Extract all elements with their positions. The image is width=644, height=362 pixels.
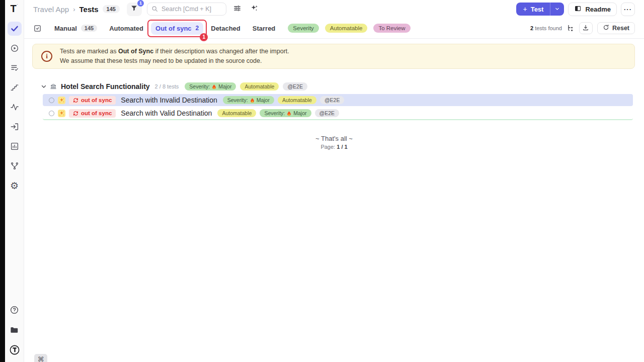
check-icon xyxy=(10,24,19,33)
test-title: Search with Valid Destination xyxy=(121,109,212,117)
chevron-down-icon xyxy=(554,6,560,13)
sidebar-item-runs[interactable] xyxy=(8,41,22,55)
sync-icon xyxy=(73,98,78,103)
info-banner: i Tests are marked as Out of Sync if the… xyxy=(32,44,635,69)
app-logo[interactable]: Tˈ xyxy=(10,4,18,14)
tab-detached[interactable]: Detached xyxy=(206,22,245,35)
tests-count-badge: 145 xyxy=(103,5,120,13)
annotation-step-badge: 1 xyxy=(200,33,208,41)
list-footer: ~ That's all ~ Page: 1 / 1 xyxy=(24,135,644,150)
new-test-button[interactable]: + Test xyxy=(516,3,550,16)
label-pill: Severity:Major xyxy=(260,109,311,117)
ai-assistant-button[interactable] xyxy=(249,3,261,15)
banner-text: Tests are marked as Out of Sync if their… xyxy=(60,47,289,66)
list-check-icon xyxy=(10,63,19,72)
end-of-list-message: ~ That's all ~ xyxy=(24,135,644,142)
git-branch-icon xyxy=(10,161,19,170)
view-settings-button[interactable] xyxy=(231,3,244,15)
filter-button[interactable]: 1 xyxy=(127,3,142,16)
sidebar-item-analytics[interactable] xyxy=(8,100,22,114)
out-of-sync-label: out of sync xyxy=(81,97,112,103)
sidebar-item-tests[interactable] xyxy=(8,22,22,36)
breadcrumb-separator: › xyxy=(73,6,75,13)
tab-automated-label: Automated xyxy=(109,25,143,32)
test-pills: Severity:MajorAutomatable@E2E xyxy=(223,96,345,104)
sliders-icon xyxy=(233,4,242,14)
logo-circle-icon xyxy=(9,344,20,355)
sparkle-icon xyxy=(58,110,65,117)
tab-starred[interactable]: Starred xyxy=(248,22,280,35)
plus-icon: + xyxy=(523,5,527,13)
suite-meta: 2 / 8 tests xyxy=(155,83,179,89)
label-pill: @E2E xyxy=(320,96,345,104)
reset-label: Reset xyxy=(612,25,629,32)
to-review-filter-pill[interactable]: To Review xyxy=(373,24,410,33)
logo-tick: ˈ xyxy=(17,3,19,10)
sidebar-item-import[interactable] xyxy=(8,120,22,134)
ellipsis-icon: ··· xyxy=(624,6,632,13)
activity-icon xyxy=(10,103,19,112)
suite-header[interactable]: Hotel Search Functionality 2 / 8 tests S… xyxy=(24,82,644,90)
sidebar-item-help[interactable] xyxy=(8,303,22,317)
search-input[interactable] xyxy=(147,3,226,16)
test-pills: AutomatableSeverity:Major@E2E xyxy=(217,109,339,117)
results-count: 2tests found xyxy=(530,25,562,31)
sparkle-icon xyxy=(58,97,65,104)
suite-building-icon xyxy=(50,83,57,90)
test-title: Search with Invalid Destination xyxy=(121,96,217,104)
sidebar-item-reports[interactable] xyxy=(8,139,22,153)
breadcrumb: Travel App › Tests 145 xyxy=(33,5,120,14)
sidebar-item-branches[interactable] xyxy=(8,159,22,173)
tab-manual-label: Manual xyxy=(54,25,77,32)
test-row[interactable]: out of sync Search with Invalid Destinat… xyxy=(43,94,633,106)
sidebar: Tˈ xyxy=(5,0,24,362)
banner-line-1: Tests are marked as Out of Sync if their… xyxy=(60,47,289,56)
tab-out-of-sync-label: Out of sync xyxy=(155,25,192,32)
severity-filter-pill[interactable]: Severity xyxy=(288,24,319,33)
label-pill: Automatable xyxy=(240,82,279,90)
label-pill: Automatable xyxy=(217,109,256,117)
tab-starred-label: Starred xyxy=(253,25,276,32)
info-icon: i xyxy=(41,51,52,62)
readme-button[interactable]: Readme xyxy=(568,3,617,16)
sidebar-item-brand[interactable] xyxy=(8,343,22,357)
more-options-button[interactable]: ··· xyxy=(621,3,635,16)
help-circle-icon xyxy=(10,305,19,315)
test-status-circle[interactable] xyxy=(49,98,54,103)
tab-manual[interactable]: Manual 145 xyxy=(50,22,102,35)
download-button[interactable] xyxy=(579,22,593,34)
breadcrumb-project[interactable]: Travel App xyxy=(33,5,69,14)
new-test-dropdown-button[interactable] xyxy=(550,3,564,16)
chevron-down-icon[interactable] xyxy=(41,83,47,89)
test-row[interactable]: out of sync Search with Valid Destinatio… xyxy=(43,107,633,120)
filter-bar: Manual 145 Automated Out of sync 2 1 Det… xyxy=(24,18,644,39)
app-window: Tˈ xyxy=(0,0,644,362)
tab-automated[interactable]: Automated xyxy=(105,22,148,35)
label-pill: Severity:Major xyxy=(185,82,236,90)
select-all-icon[interactable] xyxy=(33,24,42,33)
topbar-actions: + Test Readme ··· xyxy=(516,3,635,16)
command-key-button[interactable]: ⌘ xyxy=(34,354,47,362)
test-suite: Hotel Search Functionality 2 / 8 tests S… xyxy=(24,82,644,120)
sidebar-item-plans[interactable] xyxy=(8,61,22,75)
label-pill: @E2E xyxy=(283,82,307,90)
sidebar-item-settings[interactable]: ⚙ xyxy=(8,178,22,193)
download-icon xyxy=(582,24,589,33)
page-title: Tests xyxy=(79,5,99,14)
sidebar-item-milestones[interactable] xyxy=(8,80,22,95)
tab-out-of-sync[interactable]: Out of sync 2 xyxy=(151,22,203,35)
steps-icon xyxy=(10,83,19,92)
reset-icon xyxy=(603,24,609,32)
sidebar-item-projects[interactable] xyxy=(8,323,22,337)
gear-icon: ⚙ xyxy=(10,181,19,191)
tree-view-icon[interactable] xyxy=(567,24,575,32)
report-chart-icon xyxy=(10,142,19,151)
sync-icon xyxy=(73,111,78,116)
test-status-circle[interactable] xyxy=(49,111,54,116)
label-pill: Automatable xyxy=(278,96,316,104)
play-circle-icon xyxy=(10,44,19,53)
reset-button[interactable]: Reset xyxy=(597,22,635,34)
sparkles-icon xyxy=(250,4,259,14)
folder-icon xyxy=(10,325,19,335)
automatable-filter-pill[interactable]: Automatable xyxy=(325,24,368,33)
